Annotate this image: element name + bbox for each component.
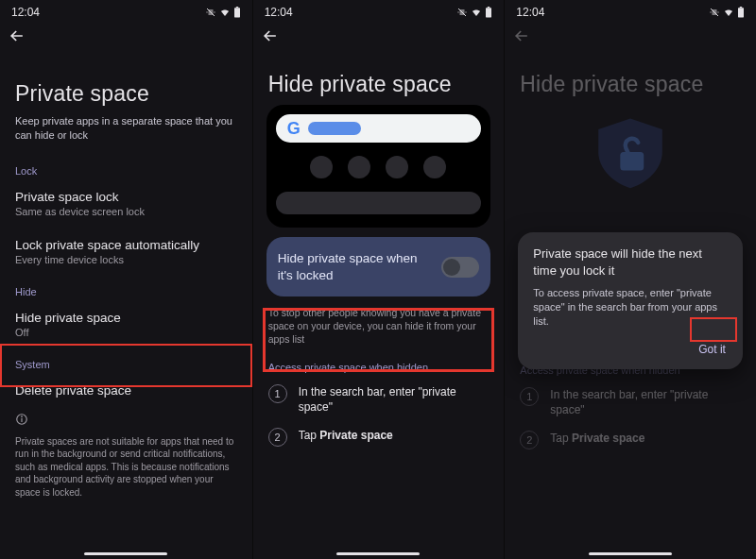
arrow-left-icon	[8, 26, 26, 45]
status-bar: 12:04	[253, 0, 505, 21]
caption-text: To stop other people knowing you have a …	[253, 296, 505, 347]
vibrate-icon	[456, 7, 468, 18]
wifi-icon	[471, 7, 482, 18]
gesture-bar[interactable]	[589, 552, 672, 555]
row-delete-private-space[interactable]: Delete private space	[0, 374, 252, 409]
back-button[interactable]	[253, 21, 505, 47]
svg-rect-6	[488, 7, 490, 8]
access-header: Access private space when hidden	[253, 347, 505, 381]
step-2: 2 Tap Private space	[253, 424, 505, 456]
gesture-bar[interactable]	[336, 552, 420, 555]
back-button	[505, 21, 756, 47]
back-button[interactable]	[0, 21, 252, 47]
app-dot-icon	[386, 156, 408, 178]
svg-rect-5	[486, 8, 491, 17]
row-autolock[interactable]: Lock private space automatically Every t…	[0, 229, 252, 277]
illustration-slab	[276, 192, 482, 214]
status-icons	[709, 7, 745, 18]
dialog-title: Private space will hide the next time yo…	[533, 246, 728, 279]
section-system: System	[0, 349, 252, 374]
illustration-apps-list: G	[266, 105, 491, 228]
section-hide: Hide	[0, 277, 252, 301]
google-g-icon: G	[287, 119, 301, 139]
phone-hide-private-space: 12:04 Hide private space G	[252, 0, 505, 559]
shield-unlock-icon	[588, 114, 673, 190]
svg-rect-7	[738, 8, 744, 17]
toggle-hide-when-locked[interactable]: Hide private space when it's locked	[266, 237, 491, 296]
row-title: Delete private space	[15, 383, 237, 398]
clock: 12:04	[516, 6, 544, 19]
page-subtitle: Keep private apps in a separate space th…	[0, 114, 252, 156]
step-number-icon: 2	[520, 431, 539, 449]
phone-private-space-settings: 12:04 Private space Keep private apps in…	[0, 0, 252, 559]
step-text: Tap Private space	[299, 428, 393, 443]
battery-icon	[485, 7, 492, 18]
app-dot-icon	[348, 156, 370, 178]
status-icons	[456, 7, 492, 18]
page-title: Hide private space	[505, 47, 756, 105]
step-1: 1 In the search bar, enter "private spac…	[253, 381, 505, 424]
app-dot-icon	[310, 156, 333, 178]
step-text: In the search bar, enter "private space"	[299, 384, 490, 415]
page-title: Private space	[0, 47, 252, 114]
wifi-icon	[723, 7, 734, 18]
step-1: 1 In the search bar, enter "private spac…	[505, 383, 756, 427]
step-number-icon: 1	[520, 387, 539, 406]
row-sub: Same as device screen lock	[15, 206, 237, 217]
row-hide-private-space[interactable]: Hide private space Off	[0, 301, 252, 349]
gesture-bar[interactable]	[84, 552, 167, 555]
status-icons	[205, 7, 241, 18]
arrow-left-icon	[261, 26, 280, 45]
step-2: 2 Tap Private space	[505, 427, 756, 459]
section-lock: Lock	[0, 156, 252, 180]
page-title: Hide private space	[253, 47, 505, 105]
battery-icon	[233, 7, 241, 18]
svg-rect-0	[234, 8, 240, 17]
clock: 12:04	[265, 6, 293, 19]
status-bar: 12:04	[0, 0, 252, 21]
arrow-left-icon	[512, 26, 531, 45]
svg-point-4	[22, 415, 23, 416]
row-private-space-lock[interactable]: Private space lock Same as device screen…	[0, 180, 252, 229]
dialog-body: To access private space, enter "private …	[533, 286, 728, 330]
confirmation-dialog: Private space will hide the next time yo…	[518, 232, 743, 369]
switch[interactable]	[441, 257, 479, 278]
svg-rect-8	[740, 7, 742, 8]
step-text: In the search bar, enter "private space"	[550, 387, 741, 417]
row-title: Hide private space	[15, 311, 237, 325]
phone-hide-private-space-dialog: 12:04 Hide private space locked To stop …	[504, 0, 756, 559]
toggle-label: Hide private space when it's locked	[278, 250, 433, 283]
warning-text: Private spaces are not suitable for apps…	[0, 435, 252, 500]
status-bar: 12:04	[505, 0, 756, 21]
svg-rect-1	[235, 7, 237, 8]
row-title: Lock private space automatically	[15, 238, 237, 252]
battery-icon	[737, 7, 745, 18]
row-sub: Off	[15, 327, 237, 338]
row-title: Private space lock	[15, 190, 237, 204]
app-dot-icon	[423, 156, 446, 178]
vibrate-icon	[709, 7, 720, 18]
switch-knob	[443, 259, 460, 276]
wifi-icon	[219, 7, 231, 18]
info-icon	[15, 413, 237, 430]
illustration-shield-lock	[505, 105, 756, 190]
step-text: Tap Private space	[550, 431, 644, 446]
svg-rect-9	[620, 152, 644, 171]
row-sub: Every time device locks	[15, 254, 237, 265]
vibrate-icon	[205, 7, 216, 18]
clock: 12:04	[11, 6, 40, 19]
step-number-icon: 2	[268, 428, 287, 447]
got-it-button[interactable]: Got it	[696, 339, 728, 360]
illustration-search-bar: G	[276, 114, 482, 143]
step-number-icon: 1	[268, 384, 287, 403]
illustration-app-icons	[276, 156, 482, 178]
illustration-search-pill	[308, 122, 361, 135]
